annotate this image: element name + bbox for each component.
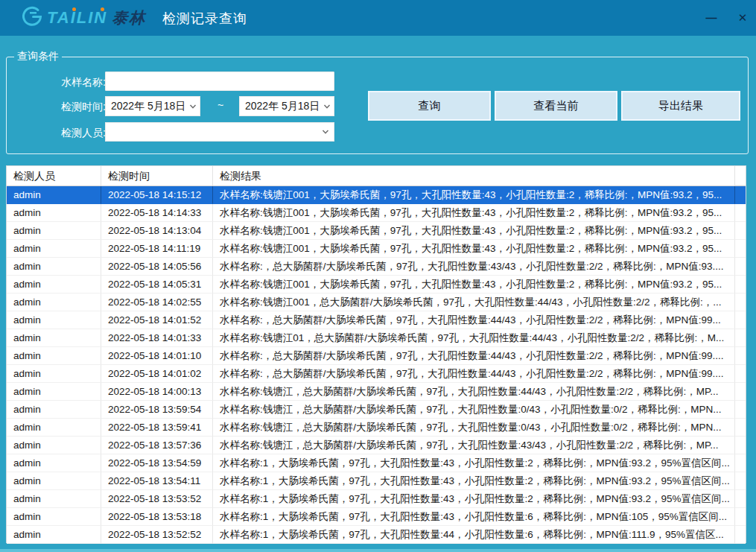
cell-person: admin xyxy=(7,204,101,222)
cell-time: 2022-05-18 14:00:13 xyxy=(101,383,213,401)
export-results-button[interactable]: 导出结果 xyxy=(621,91,740,121)
column-header-spacer xyxy=(735,166,746,185)
cell-result: 水样名称:，总大肠菌群/大肠埃希氏菌，97孔，大孔阳性数量:44/43，小孔阳性… xyxy=(213,347,735,365)
cell-person: admin xyxy=(7,526,101,544)
cell-time: 2022-05-18 14:01:52 xyxy=(101,311,213,329)
query-button[interactable]: 查询 xyxy=(368,91,491,121)
table-row[interactable]: admin 2022-05-18 13:52:52 水样名称:1，大肠埃希氏菌，… xyxy=(7,526,746,544)
table-row[interactable]: admin 2022-05-18 14:05:56 水样名称:，总大肠菌群/大肠… xyxy=(7,258,746,276)
cell-time: 2022-05-18 13:59:41 xyxy=(101,419,213,437)
cell-time: 2022-05-18 14:01:02 xyxy=(101,365,213,383)
cell-result: 水样名称:1，大肠埃希氏菌，97孔，大孔阳性数量:43，小孔阳性数量:2，稀释比… xyxy=(213,472,735,490)
table-row[interactable]: admin 2022-05-18 14:13:04 水样名称:钱塘江001，大肠… xyxy=(7,222,746,240)
cell-result: 水样名称:钱塘江001，大肠埃希氏菌，97孔，大孔阳性数量:43，小孔阳性数量:… xyxy=(213,186,735,204)
chevron-down-icon[interactable] xyxy=(189,103,197,110)
table-row[interactable]: admin 2022-05-18 14:01:33 水样名称:钱塘江01，总大肠… xyxy=(7,329,746,347)
sample-name-input[interactable] xyxy=(105,72,334,91)
detect-time-label: 检测时间: xyxy=(7,101,106,114)
cell-time: 2022-05-18 13:54:11 xyxy=(101,472,213,490)
table-row[interactable]: admin 2022-05-18 14:02:55 水样名称:钱塘江001，总大… xyxy=(7,294,746,311)
cell-spacer xyxy=(735,294,746,311)
cell-spacer xyxy=(735,240,746,258)
cell-time: 2022-05-18 14:05:56 xyxy=(101,258,213,276)
cell-time: 2022-05-18 14:05:31 xyxy=(101,276,213,294)
column-header-result[interactable]: 检测结果 xyxy=(213,166,735,185)
cell-spacer xyxy=(735,454,746,472)
table-row[interactable]: admin 2022-05-18 14:05:31 水样名称:钱塘江001，大肠… xyxy=(7,276,746,294)
cell-spacer xyxy=(735,329,746,347)
table-row[interactable]: admin 2022-05-18 13:54:11 水样名称:1，大肠埃希氏菌，… xyxy=(7,472,746,490)
cell-spacer xyxy=(735,311,746,329)
cell-person: admin xyxy=(7,454,101,472)
cell-time: 2022-05-18 13:57:36 xyxy=(101,437,213,454)
cell-time: 2022-05-18 14:02:55 xyxy=(101,294,213,311)
cell-result: 水样名称:1，大肠埃希氏菌，97孔，大孔阳性数量:43，小孔阳性数量:2，稀释比… xyxy=(213,490,735,508)
cell-person: admin xyxy=(7,276,101,294)
view-current-button[interactable]: 查看当前 xyxy=(495,91,617,121)
cell-time: 2022-05-18 14:14:33 xyxy=(101,204,213,222)
chevron-down-icon[interactable] xyxy=(322,128,329,136)
cell-spacer xyxy=(735,383,746,401)
date-range-separator: ~ xyxy=(217,99,223,111)
cell-time: 2022-05-18 13:53:52 xyxy=(101,490,213,508)
cell-result: 水样名称:1，大肠埃希氏菌，97孔，大孔阳性数量:43，小孔阳性数量:2，稀释比… xyxy=(213,454,735,472)
cell-spacer xyxy=(735,222,746,240)
date-to-picker[interactable]: 2022年 5月18日 xyxy=(239,96,334,116)
cell-spacer xyxy=(735,186,746,204)
cell-person: admin xyxy=(7,383,101,401)
table-row[interactable]: admin 2022-05-18 13:54:59 水样名称:1，大肠埃希氏菌，… xyxy=(7,454,746,472)
cell-result: 水样名称:，总大肠菌群/大肠埃希氏菌，97孔，大孔阳性数量:44/43，小孔阳性… xyxy=(213,311,735,329)
cell-person: admin xyxy=(7,508,101,526)
cell-time: 2022-05-18 14:11:19 xyxy=(101,240,213,258)
cell-spacer xyxy=(735,365,746,383)
table-row[interactable]: admin 2022-05-18 14:14:33 水样名称:钱塘江001，大肠… xyxy=(7,204,746,222)
table-row[interactable]: admin 2022-05-18 14:11:19 水样名称:钱塘江001，大肠… xyxy=(7,240,746,258)
table-row[interactable]: admin 2022-05-18 14:01:52 水样名称:，总大肠菌群/大肠… xyxy=(7,311,746,329)
window-bottom-edge xyxy=(0,549,756,552)
cell-person: admin xyxy=(7,490,101,508)
table-row[interactable]: admin 2022-05-18 13:53:52 水样名称:1，大肠埃希氏菌，… xyxy=(7,490,746,508)
cell-person: admin xyxy=(7,294,101,311)
detect-person-combobox[interactable] xyxy=(105,122,334,142)
cell-result: 水样名称:钱塘江001，大肠埃希氏菌，97孔，大孔阳性数量:43，小孔阳性数量:… xyxy=(213,240,735,258)
table-row[interactable]: admin 2022-05-18 14:00:13 水样名称:钱塘江，总大肠菌群… xyxy=(7,383,746,401)
cell-spacer xyxy=(735,437,746,454)
cell-time: 2022-05-18 14:15:12 xyxy=(101,186,213,204)
chevron-down-icon[interactable] xyxy=(323,103,331,110)
close-button[interactable]: ✕ xyxy=(732,9,753,27)
table-row[interactable]: admin 2022-05-18 14:15:12 水样名称:钱塘江001，大肠… xyxy=(7,186,746,204)
cell-spacer xyxy=(735,347,746,365)
table-row[interactable]: admin 2022-05-18 14:01:10 水样名称:，总大肠菌群/大肠… xyxy=(7,347,746,365)
cell-spacer xyxy=(735,258,746,276)
table-row[interactable]: admin 2022-05-18 13:53:18 水样名称:1，大肠埃希氏菌，… xyxy=(7,508,746,526)
cell-result: 水样名称:钱塘江001，总大肠菌群/大肠埃希氏菌，97孔，大孔阳性数量:44/4… xyxy=(213,294,735,311)
cell-spacer xyxy=(735,526,746,544)
cell-person: admin xyxy=(7,437,101,454)
cell-result: 水样名称:钱塘江001，大肠埃希氏菌，97孔，大孔阳性数量:43，小孔阳性数量:… xyxy=(213,204,735,222)
window-title: 检测记录查询 xyxy=(162,10,247,28)
app-window: TAILIN 泰林 检测记录查询 — ✕ 查询条件 水样名称: 检测时间: 20… xyxy=(0,0,756,552)
cell-person: admin xyxy=(7,347,101,365)
cell-spacer xyxy=(735,490,746,508)
cell-time: 2022-05-18 14:13:04 xyxy=(101,222,213,240)
cell-result: 水样名称:，总大肠菌群/大肠埃希氏菌，97孔，大孔阳性数量:43/43，小孔阳性… xyxy=(213,258,735,276)
table-row[interactable]: admin 2022-05-18 13:57:36 水样名称:钱塘江，总大肠菌群… xyxy=(7,437,746,454)
date-from-picker[interactable]: 2022年 5月18日 xyxy=(105,96,200,116)
cell-result: 水样名称:1，大肠埃希氏菌，97孔，大孔阳性数量:43，小孔阳性数量:6，稀释比… xyxy=(213,508,735,526)
date-to-value: 2022年 5月18日 xyxy=(245,100,323,113)
cell-person: admin xyxy=(7,258,101,276)
cell-result: 水样名称:钱塘江，总大肠菌群/大肠埃希氏菌，97孔，大孔阳性数量:44/43，小… xyxy=(213,383,735,401)
table-row[interactable]: admin 2022-05-18 13:59:54 水样名称:钱塘江，总大肠菌群… xyxy=(7,401,746,419)
cell-result: 水样名称:钱塘江，总大肠菌群/大肠埃希氏菌，97孔，大孔阳性数量:43/43，小… xyxy=(213,437,735,454)
cell-result: 水样名称:钱塘江，总大肠菌群/大肠埃希氏菌，97孔，大孔阳性数量:0/43，小孔… xyxy=(213,419,735,437)
logo-brand-text: TAILIN xyxy=(47,8,107,28)
column-header-time[interactable]: 检测时间 xyxy=(101,166,213,185)
cell-time: 2022-05-18 13:52:52 xyxy=(101,526,213,544)
column-header-person[interactable]: 检测人员 xyxy=(7,166,101,185)
cell-spacer xyxy=(735,472,746,490)
minimize-button[interactable]: — xyxy=(701,9,722,27)
cell-person: admin xyxy=(7,472,101,490)
table-row[interactable]: admin 2022-05-18 13:59:41 水样名称:钱塘江，总大肠菌群… xyxy=(7,419,746,437)
detect-person-label: 检测人员: xyxy=(7,127,106,140)
table-row[interactable]: admin 2022-05-18 14:01:02 水样名称:，总大肠菌群/大肠… xyxy=(7,365,746,383)
